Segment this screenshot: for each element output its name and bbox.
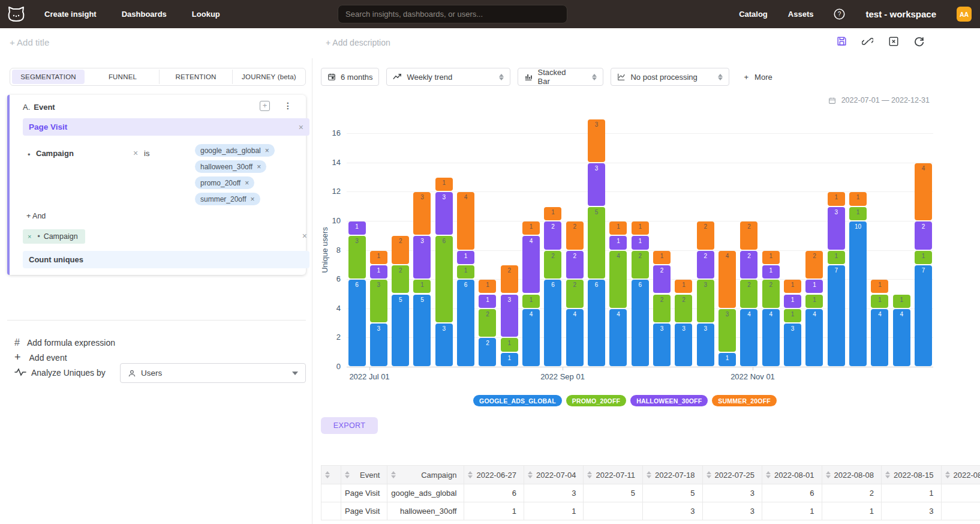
- column-header[interactable]: 2022-07-18: [643, 466, 703, 484]
- bar-segment[interactable]: 2: [566, 280, 584, 308]
- column-header[interactable]: Campaign: [387, 466, 464, 484]
- bar-segment[interactable]: 2: [740, 251, 757, 279]
- remove-breakdown-row-icon[interactable]: ×: [302, 232, 307, 240]
- bar-segment[interactable]: 6: [348, 280, 366, 366]
- bar-segment[interactable]: 3: [719, 309, 736, 352]
- bar-segment[interactable]: 1: [805, 295, 823, 308]
- bar-segment[interactable]: 1: [370, 251, 387, 264]
- bar-segment[interactable]: 3: [435, 192, 453, 235]
- chart-type-select[interactable]: Stacked Bar: [518, 68, 603, 86]
- bar-segment[interactable]: 3: [697, 280, 714, 322]
- bar-segment[interactable]: 3: [653, 324, 671, 366]
- bar-segment[interactable]: 1: [457, 251, 474, 264]
- legend-pill[interactable]: GOOGLE_ADS_GLOBAL: [473, 395, 562, 406]
- column-header[interactable]: 2022-08-01: [762, 466, 822, 484]
- bar-segment[interactable]: 1: [632, 221, 649, 235]
- nav-dashboards[interactable]: Dashboards: [122, 10, 167, 19]
- bar-segment[interactable]: 1: [609, 236, 627, 249]
- post-processing-select[interactable]: No post processing: [611, 68, 729, 86]
- bar-segment[interactable]: 3: [370, 280, 387, 322]
- export-button[interactable]: EXPORT: [321, 417, 378, 434]
- bar-segment[interactable]: 2: [653, 295, 671, 323]
- remove-value-icon[interactable]: ×: [257, 163, 261, 171]
- bar-segment[interactable]: 1: [632, 236, 649, 249]
- bar-segment[interactable]: 7: [915, 265, 932, 366]
- bar-segment[interactable]: 3: [828, 207, 845, 250]
- bar-segment[interactable]: 3: [784, 324, 801, 366]
- remove-filter-icon[interactable]: ×: [133, 149, 138, 157]
- remove-breakdown-icon[interactable]: ×: [28, 233, 31, 240]
- bar-segment[interactable]: 2: [675, 295, 692, 323]
- bar-segment[interactable]: 3: [588, 163, 605, 206]
- bar-segment[interactable]: 4: [609, 309, 627, 366]
- bar-segment[interactable]: 2: [653, 265, 671, 294]
- bar-segment[interactable]: 2: [566, 221, 584, 250]
- link-icon[interactable]: [862, 35, 873, 47]
- bar-segment[interactable]: 1: [784, 295, 801, 308]
- bar-segment[interactable]: 1: [871, 280, 888, 293]
- bar-segment[interactable]: 4: [740, 309, 757, 366]
- filter-operator[interactable]: is: [144, 149, 149, 158]
- bar-segment[interactable]: 1: [893, 295, 910, 308]
- date-span-button[interactable]: 6 months: [321, 68, 379, 86]
- bar-segment[interactable]: 1: [435, 178, 453, 191]
- tab-journey[interactable]: JOURNEY (beta): [233, 70, 305, 84]
- bar-segment[interactable]: 2: [697, 221, 714, 250]
- nav-catalog[interactable]: Catalog: [739, 10, 768, 19]
- legend-pill[interactable]: HALLOWEEN_30OFF: [630, 395, 708, 406]
- column-header[interactable]: 2022-08-08: [822, 466, 882, 484]
- bar-segment[interactable]: 2: [479, 338, 496, 366]
- bar-segment[interactable]: 4: [805, 309, 823, 366]
- bar-segment[interactable]: 2: [501, 265, 518, 294]
- bar-segment[interactable]: 3: [501, 295, 518, 337]
- add-title-field[interactable]: + Add title: [10, 37, 49, 47]
- column-header[interactable]: Event: [341, 466, 387, 484]
- filter-value-chip[interactable]: google_ads_global×: [195, 144, 275, 157]
- bar-segment[interactable]: 4: [871, 309, 888, 366]
- column-header[interactable]: 2022-07-25: [702, 466, 762, 484]
- remove-value-icon[interactable]: ×: [245, 179, 249, 187]
- bar-segment[interactable]: 1: [915, 251, 932, 264]
- aggregation-row[interactable]: Count uniques: [23, 251, 309, 268]
- bar-segment[interactable]: 1: [457, 265, 474, 279]
- filter-property[interactable]: Campaign: [36, 149, 74, 158]
- column-header[interactable]: 2022-07-04: [524, 466, 584, 484]
- bar-segment[interactable]: 3: [413, 192, 431, 235]
- bar-segment[interactable]: 6: [588, 280, 605, 366]
- column-header[interactable]: 2022-07-11: [584, 466, 643, 484]
- nav-lookup[interactable]: Lookup: [192, 10, 220, 19]
- bar-segment[interactable]: 1: [501, 353, 518, 366]
- bar-segment[interactable]: 4: [566, 309, 584, 366]
- bar-segment[interactable]: 5: [413, 295, 431, 367]
- bar-segment[interactable]: 1: [849, 207, 867, 220]
- filter-value-chip[interactable]: summer_20off×: [195, 193, 260, 205]
- bar-segment[interactable]: 6: [544, 280, 561, 366]
- event-menu-icon[interactable]: ⋮: [283, 101, 293, 111]
- bar-segment[interactable]: 1: [762, 251, 780, 264]
- bar-segment[interactable]: 1: [501, 338, 518, 351]
- bar-segment[interactable]: 1: [675, 280, 692, 293]
- bar-segment[interactable]: 4: [522, 236, 540, 293]
- bar-segment[interactable]: 6: [457, 280, 474, 366]
- bar-segment[interactable]: 5: [588, 207, 605, 279]
- bar-segment[interactable]: 3: [370, 324, 387, 366]
- bar-segment[interactable]: 2: [544, 221, 561, 250]
- bar-segment[interactable]: 3: [588, 119, 605, 162]
- trend-select[interactable]: Weekly trend: [386, 68, 510, 86]
- add-formula-button[interactable]: # Add formula expression: [14, 337, 115, 348]
- bar-segment[interactable]: 2: [392, 265, 409, 294]
- bar-segment[interactable]: 10: [849, 221, 867, 366]
- column-header[interactable]: 2022-08-22: [941, 466, 980, 484]
- breakdown-chip[interactable]: × • Campaign: [23, 229, 85, 244]
- bar-segment[interactable]: 1: [805, 280, 823, 293]
- bar-segment[interactable]: 1: [544, 207, 561, 220]
- bar-segment[interactable]: 7: [828, 265, 845, 366]
- bar-segment[interactable]: 5: [392, 295, 409, 367]
- bar-segment[interactable]: 2: [544, 251, 561, 279]
- bar-segment[interactable]: 4: [609, 251, 627, 308]
- bar-segment[interactable]: 3: [413, 236, 431, 279]
- bar-segment[interactable]: 4: [762, 309, 780, 366]
- remove-value-icon[interactable]: ×: [250, 195, 254, 203]
- bar-segment[interactable]: 1: [849, 192, 867, 205]
- bar-segment[interactable]: 3: [675, 324, 692, 366]
